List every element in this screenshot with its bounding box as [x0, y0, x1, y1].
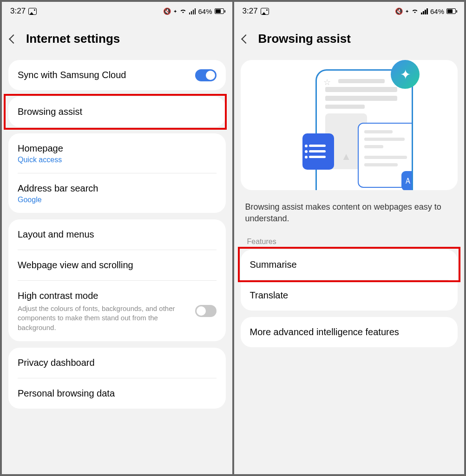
- status-bar: 3:27 🔇 ✦ 64%: [2, 2, 232, 20]
- card-layout: Layout and menus Webpage view and scroll…: [8, 219, 226, 341]
- personal-label: Personal browsing data: [18, 387, 217, 400]
- row-layout[interactable]: Layout and menus: [8, 219, 226, 250]
- privacy-label: Privacy dashboard: [18, 357, 217, 369]
- signal-icon: [421, 8, 428, 14]
- card-browsing-assist: Browsing assist: [8, 97, 226, 127]
- status-time: 3:27: [243, 7, 258, 16]
- browsing-assist-label: Browsing assist: [18, 106, 217, 118]
- header: Browsing assist: [234, 20, 465, 60]
- address-bar-value: Google: [18, 196, 217, 204]
- row-address-bar[interactable]: Address bar search Google: [8, 173, 226, 213]
- battery-icon: [446, 8, 456, 14]
- illust-star-icon: ☆: [323, 77, 331, 87]
- back-button[interactable]: [241, 34, 250, 44]
- card-more: More advanced intelligence features: [241, 317, 458, 347]
- mute-icon: 🔇: [395, 7, 403, 15]
- features-label: Features: [234, 233, 465, 250]
- signal-icon: [189, 8, 196, 14]
- wifi-icon: [179, 7, 187, 16]
- row-privacy[interactable]: Privacy dashboard: [8, 348, 226, 378]
- homepage-label: Homepage: [18, 142, 217, 155]
- card-privacy: Privacy dashboard Personal browsing data: [8, 348, 226, 409]
- more-label: More advanced intelligence features: [250, 326, 449, 338]
- translate-label: Translate: [250, 289, 449, 302]
- back-button[interactable]: [9, 34, 18, 44]
- mute-icon: 🔇: [163, 7, 171, 15]
- phone-right: 3:27 🔇 ✦ 64% Browsing assist ☆: [234, 2, 465, 474]
- layout-label: Layout and menus: [18, 228, 217, 241]
- wifi-icon: [411, 7, 419, 16]
- row-summarise[interactable]: Summarise: [241, 250, 458, 280]
- summarise-label: Summarise: [250, 258, 449, 271]
- row-sync[interactable]: Sync with Samsung Cloud: [8, 60, 226, 90]
- row-browsing-assist[interactable]: Browsing assist: [8, 97, 226, 127]
- header: Internet settings: [2, 20, 232, 60]
- battery-icon: [215, 8, 224, 14]
- status-bar: 3:27 🔇 ✦ 64%: [234, 2, 465, 20]
- row-personal[interactable]: Personal browsing data: [8, 378, 226, 409]
- gallery-icon: [28, 8, 37, 15]
- homepage-value: Quick access: [18, 156, 217, 164]
- high-contrast-label: High contrast mode: [18, 290, 195, 302]
- row-more[interactable]: More advanced intelligence features: [241, 317, 458, 347]
- row-webpage-view[interactable]: Webpage view and scrolling: [8, 250, 226, 280]
- wifi-plus-icon: ✦: [405, 9, 409, 14]
- row-high-contrast[interactable]: High contrast mode Adjust the colours of…: [8, 281, 226, 341]
- row-translate[interactable]: Translate: [241, 280, 458, 311]
- gallery-icon: [261, 8, 269, 15]
- card-features: Summarise Translate: [241, 250, 458, 311]
- sync-label: Sync with Samsung Cloud: [18, 69, 195, 81]
- high-contrast-toggle[interactable]: [195, 305, 217, 317]
- webpage-view-label: Webpage view and scrolling: [18, 259, 217, 271]
- illust-summary-panel-icon: Ａ⇄: [358, 123, 413, 188]
- card-sync: Sync with Samsung Cloud: [8, 60, 226, 90]
- battery-pct: 64%: [198, 7, 212, 15]
- high-contrast-desc: Adjust the colours of fonts, backgrounds…: [18, 304, 190, 332]
- sync-toggle[interactable]: [195, 69, 217, 81]
- illust-translate-icon: Ａ⇄: [401, 171, 413, 190]
- wifi-plus-icon: ✦: [173, 9, 177, 14]
- phone-left: 3:27 🔇 ✦ 64% Internet settings Sync with…: [2, 2, 232, 474]
- page-title: Browsing assist: [258, 32, 351, 46]
- description: Browsing assist makes content on webpage…: [234, 197, 465, 233]
- illustration: ☆ Ａ⇄: [241, 60, 458, 190]
- row-homepage[interactable]: Homepage Quick access: [8, 133, 226, 173]
- page-title: Internet settings: [26, 32, 120, 46]
- card-home-address: Homepage Quick access Address bar search…: [8, 133, 226, 213]
- card-illustration: ☆ Ａ⇄: [241, 60, 458, 190]
- address-bar-label: Address bar search: [18, 182, 217, 195]
- battery-pct: 64%: [430, 7, 444, 15]
- illust-sparkle-icon: ✦: [391, 60, 420, 89]
- status-time: 3:27: [10, 7, 26, 16]
- illust-doc-icon: [302, 133, 334, 170]
